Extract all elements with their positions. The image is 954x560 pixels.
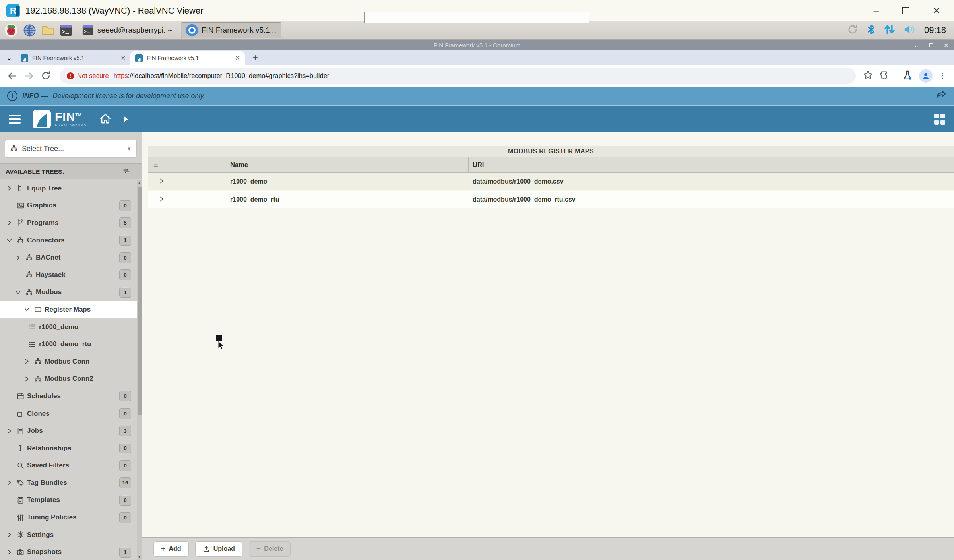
sidebar-item-modbus-conn2[interactable]: Modbus Conn2	[0, 370, 137, 388]
scroll-up-icon[interactable]: ▲	[137, 181, 142, 185]
sidebar-item-saved-filters[interactable]: Saved Filters0	[0, 457, 137, 475]
programs-icon	[14, 219, 26, 227]
close-icon[interactable]: ✕	[944, 42, 948, 48]
forward-icon[interactable]	[22, 69, 36, 83]
relationships-icon	[14, 444, 26, 452]
sidebar-item-label: BACnet	[36, 254, 60, 262]
new-tab-button[interactable]: +	[249, 52, 262, 63]
chevron-right-icon[interactable]	[13, 255, 23, 260]
reload-icon[interactable]	[39, 69, 52, 83]
row-expander[interactable]	[148, 173, 226, 190]
refresh-icon[interactable]	[122, 167, 130, 176]
close-tab-icon[interactable]: ✕	[120, 54, 126, 62]
sidebar-item-schedules[interactable]: Schedules0	[0, 388, 137, 405]
chevron-right-icon[interactable]	[4, 186, 14, 191]
chevron-right-icon[interactable]	[4, 532, 14, 537]
web-browser-icon[interactable]	[22, 23, 37, 37]
sidebar-item-haystack[interactable]: Haystack0	[0, 266, 137, 284]
scrollbar-thumb[interactable]	[138, 187, 142, 415]
row-uri-cell[interactable]: data/modbus/r1000_demo_rtu.csv	[469, 191, 954, 208]
browser-tab-2[interactable]: FIN Framework v5.1✕	[130, 51, 245, 65]
beaker-icon[interactable]	[902, 70, 913, 82]
table-row-r1000_demo_rtu[interactable]: r1000_demo_rtudata/modbus/r1000_demo_rtu…	[148, 191, 954, 208]
back-icon[interactable]	[6, 69, 19, 83]
share-icon[interactable]	[936, 89, 947, 103]
sidebar-item-templates[interactable]: Templates0	[0, 492, 137, 509]
sidebar-item-jobs[interactable]: Jobs3	[0, 422, 137, 440]
row-uri-cell[interactable]: data/modbus/r1000_demo.csv	[469, 173, 954, 190]
chevron-right-icon[interactable]	[21, 359, 32, 364]
add-button[interactable]: + Add	[153, 541, 189, 557]
sidebar-item-r1000-demo-rtu[interactable]: r1000_demo_rtu	[0, 335, 137, 353]
restore-icon[interactable]: ⌄	[914, 42, 919, 48]
bookmark-star-icon[interactable]	[863, 70, 873, 81]
sidebar-item-modbus-conn[interactable]: Modbus Conn	[0, 353, 137, 370]
sidebar-item-bacnet[interactable]: BACnet0	[0, 249, 137, 266]
taskbar-browser-window[interactable]: FIN Framework v5.1 ..	[181, 22, 281, 38]
chevron-down-icon[interactable]	[4, 238, 14, 243]
sidebar-item-graphics[interactable]: Graphics0	[0, 197, 137, 215]
hamburger-menu-icon[interactable]	[9, 115, 21, 124]
raspberry-menu-icon[interactable]	[4, 23, 18, 37]
close-icon[interactable]: ✕	[933, 6, 940, 16]
scroll-down-icon[interactable]: ▼	[137, 555, 142, 559]
sidebar-item-snapshots[interactable]: Snapshots1	[0, 543, 137, 560]
sidebar-item-programs[interactable]: Programs5	[0, 214, 137, 232]
table-header-uri[interactable]: URI	[469, 157, 954, 172]
sync-icon[interactable]	[847, 24, 858, 37]
sidebar-item-r1000-demo[interactable]: r1000_demo	[0, 318, 137, 336]
table-header-select-column[interactable]	[148, 157, 226, 172]
bluetooth-icon[interactable]	[866, 24, 876, 37]
sidebar-scrollbar[interactable]: ▲ ▼	[137, 180, 142, 560]
fin-app-header: FINTM FRAMEWORKS	[0, 106, 954, 132]
chevron-down-icon[interactable]	[13, 290, 23, 295]
delete-button[interactable]: − Delete	[249, 541, 291, 557]
maximize-icon[interactable]	[902, 7, 909, 14]
chevron-right-icon[interactable]	[4, 480, 14, 485]
sidebar-item-register-maps[interactable]: Register Maps	[0, 301, 137, 318]
apps-grid-icon[interactable]	[934, 114, 945, 125]
table-header-name[interactable]: Name	[226, 157, 469, 172]
not-secure-chip[interactable]: ! Not secure	[67, 72, 109, 79]
minimize-icon[interactable]: –	[874, 6, 879, 16]
browser-tab-1[interactable]: FIN Framework v5.1✕	[16, 51, 130, 65]
maximize-icon[interactable]	[929, 43, 933, 47]
sidebar-item-tag-bundles[interactable]: Tag Bundles16	[0, 474, 137, 492]
url-text[interactable]: https://localhost/finMobile/recomputer_R…	[114, 72, 330, 79]
sidebar-item-settings[interactable]: Settings	[0, 526, 137, 544]
breadcrumb-arrow-icon[interactable]	[124, 116, 128, 122]
chevron-right-icon[interactable]	[4, 550, 14, 555]
main-content: MODBUS REGISTER MAPS Name URI r1000_demo…	[142, 132, 954, 560]
sidebar-item-modbus[interactable]: Modbus1	[0, 284, 137, 301]
sidebar-item-tuning-policies[interactable]: Tuning Policies0	[0, 509, 137, 526]
volume-icon[interactable]	[904, 23, 916, 37]
sidebar-item-relationships[interactable]: Relationships0	[0, 440, 137, 457]
extensions-icon[interactable]	[879, 70, 889, 81]
terminal-launcher-icon[interactable]	[59, 23, 73, 37]
chevron-right-icon[interactable]	[21, 376, 32, 382]
sidebar-item-clones[interactable]: Clones0	[0, 405, 137, 422]
row-name-cell[interactable]: r1000_demo	[226, 173, 469, 190]
row-name-cell[interactable]: r1000_demo_rtu	[226, 191, 469, 208]
browser-menu-icon[interactable]: ⋮	[939, 75, 946, 77]
home-icon[interactable]	[99, 112, 112, 126]
sidebar-item-connectors[interactable]: Connectors1	[0, 232, 137, 249]
network-arrows-icon[interactable]	[884, 23, 896, 37]
tab-search-icon[interactable]: ⌄	[2, 52, 16, 64]
chevron-down-icon[interactable]	[21, 307, 32, 312]
file-manager-icon[interactable]	[41, 23, 55, 37]
fin-logo[interactable]: FINTM FRAMEWORKS	[33, 110, 87, 128]
taskbar-terminal-window[interactable]: seeed@raspberrypi: ~	[77, 23, 177, 38]
table-row-r1000_demo[interactable]: r1000_demodata/modbus/r1000_demo.csv	[148, 173, 954, 190]
realvnc-logo-icon: R	[6, 4, 20, 17]
upload-button[interactable]: Upload	[195, 541, 242, 557]
address-bar[interactable]: ! Not secure https://localhost/finMobile…	[60, 68, 856, 84]
chevron-right-icon[interactable]	[4, 220, 14, 225]
chevron-right-icon[interactable]	[4, 428, 14, 434]
profile-avatar-icon[interactable]	[919, 69, 933, 83]
select-tree-dropdown[interactable]: Select Tree... ▼	[5, 140, 137, 158]
row-expander[interactable]	[148, 191, 226, 208]
sidebar-item-equip-tree[interactable]: Equip Tree	[0, 180, 137, 197]
connector-icon	[23, 271, 35, 279]
close-tab-icon[interactable]: ✕	[235, 54, 240, 62]
